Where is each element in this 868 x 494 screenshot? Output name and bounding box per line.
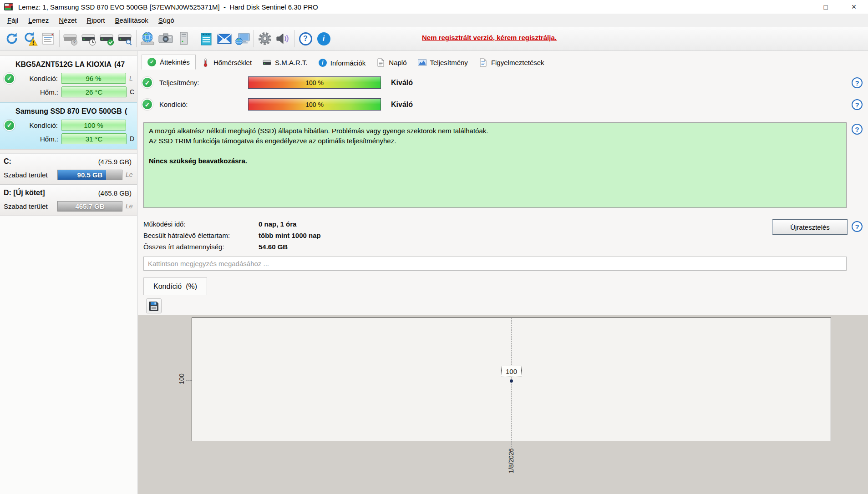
disk-clock-icon[interactable] <box>80 29 98 48</box>
tab-teljesitmeny[interactable]: Teljesítmény <box>412 55 473 70</box>
performance-row: ✓ Teljesítmény: 100 % Kiváló <box>142 76 413 89</box>
temperature-bar: 26 °C <box>61 86 127 97</box>
email-icon[interactable] <box>215 29 233 48</box>
condition-row: ✓ Kondíció: 100 % Kiváló <box>142 98 413 111</box>
thermometer-icon <box>201 58 210 67</box>
hard-disk-sentinel-window: Lemez: 1, Samsung SSD 870 EVO 500GB [S7E… <box>0 0 868 494</box>
disk-info-icon[interactable]: ? <box>61 29 80 48</box>
tab-smart[interactable]: S.M.A.R.T. <box>257 55 313 70</box>
help-icon[interactable]: ? <box>852 99 863 110</box>
partition-name: D: [Új kötet] <box>4 189 45 197</box>
disk-item-kioxia[interactable]: KBG5AZNT512G LA KIOXIA (47 ✓ Kondíció: 9… <box>0 55 137 102</box>
ok-check-icon: ✓ <box>142 77 153 88</box>
tab-naplo[interactable]: Napló <box>371 55 412 70</box>
close-button[interactable]: × <box>840 0 868 14</box>
disk-temp-row: Hőm.: 26 °C C <box>0 85 137 99</box>
tab-attekintes[interactable]: ✓ Áttekintés <box>142 55 196 70</box>
camera-icon[interactable] <box>157 29 175 48</box>
toolbar-separator <box>254 30 254 47</box>
menu-lemez[interactable]: Lemez <box>23 15 54 26</box>
tab-bar: ✓ Áttekintés Hőmérséklet <box>142 55 550 70</box>
menu-fajl[interactable]: Fájl <box>2 15 23 26</box>
refresh-icon[interactable] <box>3 29 21 48</box>
partition-name: C: <box>4 157 11 166</box>
main-panel: ✓ Áttekintés Hőmérséklet <box>138 51 868 494</box>
disk-temp-row: Hőm.: 31 °C D <box>0 132 137 146</box>
help-icon[interactable]: ? <box>852 124 863 135</box>
info-icon[interactable]: i <box>315 29 333 48</box>
window-title: Lemez: 1, Samsung SSD 870 EVO 500GB [S7E… <box>18 3 318 11</box>
registration-notice-link[interactable]: Nem regisztrált verzió, kérem regisztrál… <box>422 34 557 41</box>
chart-icon <box>418 58 426 67</box>
status-text-box: A mozgó alkatrész nélküli meghajtó (SSD)… <box>143 122 847 208</box>
disk-sidebar: KBG5AZNT512G LA KIOXIA (47 ✓ Kondíció: 9… <box>0 51 137 494</box>
sidebar-spacer <box>0 51 137 55</box>
tab-homerseklet[interactable]: Hőmérséklet <box>196 55 257 70</box>
performance-rating: Kiváló <box>391 79 413 87</box>
menubar: Fájl Lemez Nézet Riport Beállítások Súgó <box>0 14 868 27</box>
sidebar-spacer <box>0 149 137 153</box>
partition-free-row: Szabad terület 465.7 GB Le <box>0 199 137 213</box>
chart-point-label: 100 <box>501 366 522 377</box>
chart-tab-kondicio[interactable]: Kondíció (%) <box>143 277 207 295</box>
tab-informaciok[interactable]: i Információk <box>313 56 371 70</box>
check-circle-icon: ✓ <box>147 58 156 66</box>
help-icon[interactable]: ? <box>296 29 315 48</box>
disk-name: KBG5AZNT512G LA KIOXIA (47 <box>0 58 137 71</box>
retest-button[interactable]: Újratesztelés <box>772 219 848 235</box>
sound-speaker-icon[interactable] <box>274 29 292 48</box>
disk-name: Samsung SSD 870 EVO 500GB ( <box>0 105 137 118</box>
stat-row: Összes írt adatmennyiség: 54.60 GB <box>143 241 321 252</box>
svg-text:?: ? <box>73 40 76 45</box>
chart-ytick-label: 100 <box>178 373 185 384</box>
partition-free-row: Szabad terület 90.5 GB Le <box>0 168 137 181</box>
menu-beallitasok[interactable]: Beállítások <box>110 15 153 26</box>
app-logo-icon <box>4 3 13 10</box>
toolbar-separator <box>294 30 294 47</box>
help-icon[interactable]: ? <box>852 77 863 88</box>
chart-data-point <box>510 379 513 383</box>
warnings-page-icon <box>479 58 487 67</box>
menu-sugo[interactable]: Súgó <box>153 15 179 26</box>
menu-riport[interactable]: Riport <box>81 15 110 26</box>
network-globe-icon[interactable] <box>138 29 157 48</box>
partition-item-d[interactable]: D: [Új kötet] (465.8 GB) Szabad terület … <box>0 185 137 216</box>
lifetime-stats: Működési idő: 0 nap, 1 óra Becsült hátra… <box>143 218 321 252</box>
disk-condition-row: ✓ Kondíció: 100 % <box>0 118 137 132</box>
disk-condition-row: ✓ Kondíció: 96 % L <box>0 71 137 85</box>
toolbar-separator <box>59 30 60 47</box>
save-chart-button[interactable] <box>146 298 162 313</box>
partition-size: (465.8 GB) <box>98 189 132 197</box>
maximize-button[interactable]: □ <box>812 0 840 14</box>
condition-history-chart: 100 100 1/8/2026 <box>138 315 868 494</box>
chart-ytick-dash <box>186 380 192 381</box>
help-icon[interactable]: ? <box>852 221 863 232</box>
report-icon[interactable] <box>39 29 57 48</box>
tab-figyelmeztetesek[interactable]: Figyelmeztetések <box>473 55 550 70</box>
status-conclusion: Nincs szükség beavatkozásra. <box>149 156 841 166</box>
disk-search-icon[interactable] <box>116 29 134 48</box>
condition-bar: 96 % <box>61 73 126 84</box>
minimize-button[interactable]: – <box>783 0 812 14</box>
document-icon <box>376 58 385 67</box>
notes-icon[interactable] <box>197 29 215 48</box>
comment-input[interactable] <box>143 257 847 271</box>
stat-row: Működési idő: 0 nap, 1 óra <box>143 218 321 230</box>
menu-nezet[interactable]: Nézet <box>54 15 81 26</box>
computer-icon[interactable] <box>175 29 193 48</box>
performance-label: Teljesítmény: <box>159 79 248 86</box>
status-line-1: A mozgó alkatrész nélküli meghajtó (SSD)… <box>149 126 841 136</box>
disk-item-samsung-selected[interactable]: Samsung SSD 870 EVO 500GB ( ✓ Kondíció: … <box>0 102 137 149</box>
ok-check-icon: ✓ <box>142 99 153 110</box>
chart-plot-area: 100 <box>192 318 831 441</box>
ok-check-icon: ✓ <box>4 120 15 131</box>
settings-gear-icon[interactable] <box>256 29 274 48</box>
stat-row: Becsült hátralévő élettartam: több mint … <box>143 230 321 241</box>
toolbar-separator <box>136 30 137 47</box>
partition-item-c[interactable]: C: (475.9 GB) Szabad terület 90.5 GB Le <box>0 153 137 185</box>
web-monitor-icon[interactable] <box>233 29 252 48</box>
window-controls: – □ × <box>783 0 868 14</box>
chart-dashed-vline <box>511 318 512 447</box>
refresh-warning-icon[interactable] <box>21 29 39 48</box>
disk-accept-icon[interactable] <box>98 29 116 48</box>
